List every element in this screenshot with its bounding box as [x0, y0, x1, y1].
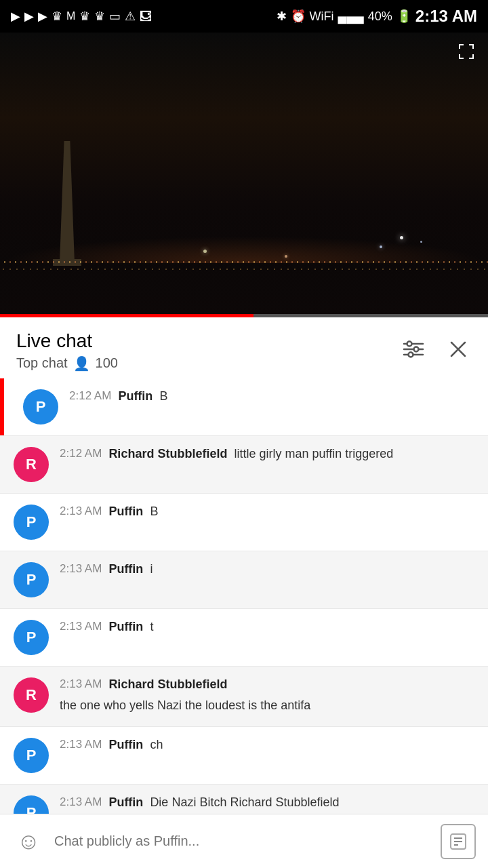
video-progress-bar[interactable] — [0, 314, 488, 317]
message-author: Puffin — [118, 389, 152, 403]
video-background — [0, 33, 488, 317]
message-time: 2:13 AM — [60, 620, 102, 633]
signal-icon: ▄▄▄ — [338, 9, 364, 24]
live-chat-title: Live chat — [16, 330, 118, 353]
notif-icon-7: ♛ — [94, 9, 105, 24]
message-meta: 2:13 AM Puffin t — [60, 620, 474, 634]
video-player[interactable] — [0, 33, 488, 317]
status-icons-right: ✱ ⏰ WiFi ▄▄▄ 40% 🔋 2:13 AM — [277, 7, 477, 26]
user-avatar: P — [14, 620, 49, 655]
message-meta: 2:13 AM Puffin ch — [60, 738, 474, 752]
message-content: 2:13 AM Puffin i — [60, 562, 474, 579]
chat-message: R 2:12 AM Richard Stubblefield little gi… — [0, 436, 488, 494]
header-actions — [399, 336, 472, 365]
chat-message: R 2:13 AM Richard Stubblefield the one w… — [0, 667, 488, 727]
message-meta: 2:13 AM Richard Stubblefield the one who… — [60, 677, 474, 713]
notif-icon-5: M — [66, 10, 75, 22]
chat-message: P 2:12 AM Puffin B — [0, 378, 488, 436]
chat-subtitle: Top chat 👤 100 — [16, 355, 118, 372]
city-lights — [0, 222, 488, 277]
close-icon — [447, 338, 469, 360]
notif-icon-6: ♛ — [79, 9, 90, 24]
live-chat-header: Live chat Top chat 👤 100 — [0, 317, 488, 378]
message-meta: 2:13 AM Puffin i — [60, 562, 474, 576]
message-author: Puffin — [108, 562, 143, 576]
battery-level: 40% — [368, 9, 392, 24]
user-avatar: P — [14, 562, 49, 597]
message-text: the one who yells Nazi the loudest is th… — [60, 698, 310, 713]
chat-input-bar: ☺ — [0, 814, 488, 868]
message-meta: 2:13 AM Puffin Die Nazi Bitch Richard St… — [60, 795, 474, 810]
filter-button[interactable] — [399, 336, 428, 365]
chat-message: P 2:13 AM Puffin ch — [0, 727, 488, 785]
viewers-icon: 👤 — [73, 355, 90, 372]
emoji-button[interactable]: ☺ — [12, 825, 45, 858]
chat-message: P 2:13 AM Puffin B — [0, 494, 488, 551]
message-text: ch — [150, 738, 163, 752]
message-meta: 2:12 AM Puffin B — [69, 389, 474, 403]
chat-messages-list: P 2:12 AM Puffin B R 2:12 AM Richard Stu… — [0, 378, 488, 842]
svg-point-3 — [407, 342, 412, 347]
live-chat-title-area: Live chat Top chat 👤 100 — [16, 330, 118, 372]
message-author: Puffin — [108, 620, 143, 634]
send-button[interactable] — [441, 824, 476, 859]
message-content: 2:12 AM Richard Stubblefield little girl… — [60, 447, 474, 464]
user-avatar: P — [23, 389, 58, 425]
message-meta: 2:12 AM Richard Stubblefield little girl… — [60, 447, 474, 461]
message-time: 2:13 AM — [60, 795, 102, 809]
user-avatar: R — [14, 677, 49, 713]
chat-message: P 2:13 AM Puffin i — [0, 551, 488, 609]
message-author: Puffin — [108, 738, 143, 752]
filter-icon — [401, 338, 426, 360]
notif-icon-8: ▭ — [109, 9, 121, 24]
message-author: Puffin — [108, 505, 143, 519]
svg-point-4 — [414, 347, 419, 352]
message-content: 2:13 AM Puffin ch — [60, 738, 474, 755]
notif-icon-4: ♛ — [52, 9, 62, 24]
status-bar: ▶ ▶ ▶ ♛ M ♛ ♛ ▭ ⚠ ⛾ ✱ ⏰ WiFi ▄▄▄ 40% 🔋 2… — [0, 0, 488, 33]
message-text: B — [159, 389, 167, 403]
status-icons-left: ▶ ▶ ▶ ♛ M ♛ ♛ ▭ ⚠ ⛾ — [11, 9, 152, 24]
message-content: 2:13 AM Puffin t — [60, 620, 474, 637]
alarm-icon: ⏰ — [291, 9, 306, 24]
chat-input[interactable] — [54, 833, 431, 849]
message-time: 2:13 AM — [60, 738, 102, 751]
message-text: t — [150, 620, 153, 634]
emoji-icon: ☺ — [17, 828, 41, 854]
message-text: B — [150, 505, 158, 519]
message-time: 2:13 AM — [60, 562, 102, 576]
message-author: Richard Stubblefield — [108, 677, 227, 692]
message-content: 2:12 AM Puffin B — [69, 389, 474, 406]
message-content: 2:13 AM Puffin B — [60, 505, 474, 521]
message-content: 2:13 AM Puffin Die Nazi Bitch Richard St… — [60, 795, 474, 812]
top-chat-label[interactable]: Top chat — [16, 355, 68, 371]
notif-icon-2: ▶ — [24, 9, 34, 24]
fullscreen-icon[interactable] — [457, 42, 476, 64]
close-button[interactable] — [445, 336, 472, 365]
battery-icon: 🔋 — [396, 9, 411, 24]
video-progress-fill — [0, 314, 253, 317]
notif-icon-3: ▶ — [38, 9, 47, 24]
wifi-icon: WiFi — [310, 9, 334, 24]
notif-icon-10: ⛾ — [140, 9, 152, 24]
message-text: Die Nazi Bitch Richard Stubblefield — [150, 795, 339, 810]
message-time: 2:13 AM — [60, 677, 102, 691]
message-text: i — [150, 562, 152, 576]
message-author: Puffin — [108, 795, 143, 810]
svg-point-5 — [409, 353, 413, 357]
notif-icon-9: ⚠ — [125, 9, 136, 24]
user-avatar: R — [14, 447, 49, 482]
live-chat-container: Live chat Top chat 👤 100 — [0, 317, 488, 842]
bluetooth-icon: ✱ — [277, 9, 287, 24]
user-avatar: P — [14, 738, 49, 773]
clock: 2:13 AM — [415, 7, 477, 26]
message-time: 2:12 AM — [60, 447, 102, 460]
message-meta: 2:13 AM Puffin B — [60, 505, 474, 519]
red-accent-bar — [0, 378, 4, 435]
message-time: 2:13 AM — [60, 505, 102, 518]
user-avatar: P — [14, 505, 49, 540]
chat-message: P 2:13 AM Puffin t — [0, 609, 488, 667]
send-icon — [448, 831, 468, 852]
message-text: little girly man puffin triggered — [234, 447, 393, 461]
message-time: 2:12 AM — [69, 389, 111, 403]
